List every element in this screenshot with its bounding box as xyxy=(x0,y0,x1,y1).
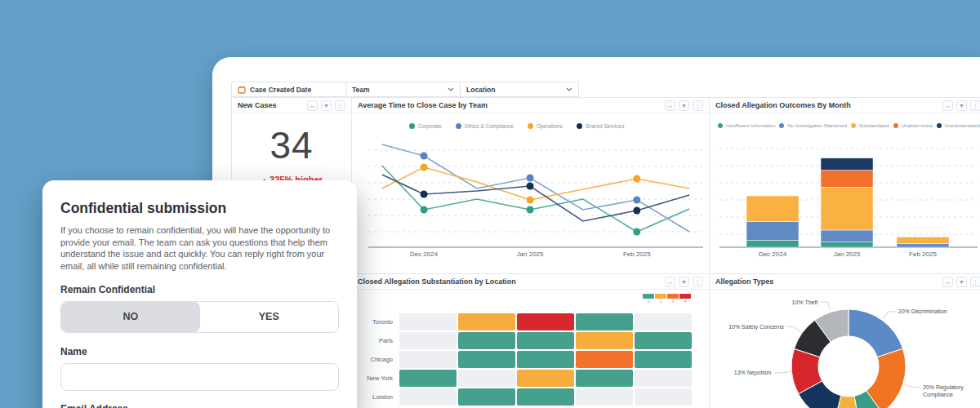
remain-confidential-toggle: NO YES xyxy=(60,301,339,333)
resize-horizontal-icon[interactable]: ↔ xyxy=(942,100,953,111)
bar-segment xyxy=(746,241,799,247)
remain-confidential-label: Remain Confidential xyxy=(60,284,339,295)
heatmap-cell xyxy=(399,313,457,330)
legend-dot xyxy=(779,123,784,128)
filter-icon[interactable]: ▼ xyxy=(679,100,689,111)
data-point xyxy=(633,207,640,215)
heatmap-cell xyxy=(635,388,692,406)
data-point xyxy=(527,183,534,190)
heatmap-cell xyxy=(635,351,692,368)
name-label: Name xyxy=(60,346,339,357)
filter-icon[interactable]: ▼ xyxy=(956,100,967,111)
legend-item[interactable]: Undetermined xyxy=(893,123,933,128)
bar-chart-svg xyxy=(710,113,980,273)
heatmap-scale-value: 4 xyxy=(679,299,691,304)
resize-horizontal-icon[interactable]: ↔ xyxy=(665,100,675,111)
x-axis-label: Dec 2024 xyxy=(759,251,786,258)
heatmap-body: 1234TorontoParisChicagoNew YorkLondon xyxy=(352,290,709,408)
panel-title: Average Time to Close Case by Team xyxy=(358,101,488,109)
x-axis-label: Jan 2025 xyxy=(517,251,544,258)
more-options-icon[interactable]: ⋮ xyxy=(970,277,980,287)
data-point xyxy=(633,175,640,183)
chevron-down-icon xyxy=(448,87,454,91)
heatmap-row-label: Paris xyxy=(355,332,393,349)
legend-item[interactable]: Shared Services xyxy=(577,123,625,129)
desktop-background: Case Created Date Team Location New Case… xyxy=(0,0,980,408)
x-axis-label: Feb 2025 xyxy=(909,251,937,258)
heatmap-cell xyxy=(399,388,457,406)
legend-label: Corporate xyxy=(418,123,442,129)
label-leader-line xyxy=(774,372,790,373)
bar-chart-legend: Insufficient InformationNo Investigation… xyxy=(718,123,980,128)
legend-item[interactable]: Insufficient Information xyxy=(718,123,775,128)
heatmap-scale-value: 2 xyxy=(655,299,666,304)
heatmap-cell xyxy=(517,332,574,349)
heatmap-cell xyxy=(458,370,515,387)
location-filter-label: Location xyxy=(466,86,495,94)
data-point xyxy=(421,153,428,160)
name-field[interactable] xyxy=(60,363,339,391)
legend-item[interactable]: No Investigation Warranted xyxy=(779,123,846,128)
legend-item[interactable]: Unsubstantiated xyxy=(937,123,980,128)
modal-title: Confidential submission xyxy=(60,200,339,217)
data-point xyxy=(421,191,428,198)
resize-horizontal-icon[interactable]: ↔ xyxy=(307,100,318,111)
heatmap-scale-values: 1234 xyxy=(643,299,691,304)
line-chart-legend: CorporateEthics & ComplianceOperationsSh… xyxy=(409,123,624,129)
donut-chart-svg: 20% Discrimination20% RegulatoryComplian… xyxy=(710,290,980,408)
heatmap-cell xyxy=(458,313,515,330)
panel-title: Closed Allegation Outcomes By Month xyxy=(715,101,851,109)
resize-horizontal-icon[interactable]: ↔ xyxy=(665,277,675,287)
legend-item[interactable]: Corporate xyxy=(409,123,442,129)
location-filter[interactable]: Location xyxy=(461,82,579,97)
donut-slice-label: 13% Nepotism xyxy=(734,370,772,376)
toggle-option-yes[interactable]: YES xyxy=(200,302,339,332)
team-filter[interactable]: Team xyxy=(346,82,461,97)
panel-avg-time-to-close: Average Time to Close Case by Team ↔▼⋮ C… xyxy=(351,97,709,273)
donut-chart-body: 20% Discrimination20% RegulatoryComplian… xyxy=(710,290,980,408)
panel-actions: ↔▼⋮ xyxy=(942,277,980,287)
legend-label: Shared Services xyxy=(586,123,625,129)
filter-icon[interactable]: ▼ xyxy=(679,277,689,287)
more-options-icon[interactable]: ⋮ xyxy=(970,100,980,111)
panel-title: Closed Allegation Substantiation by Loca… xyxy=(358,277,516,286)
filter-icon[interactable]: ▼ xyxy=(321,100,332,111)
toggle-option-no[interactable]: NO xyxy=(61,302,200,332)
heatmap-row-label: London xyxy=(355,388,393,406)
legend-item[interactable]: Operations xyxy=(528,123,563,129)
panel-allegation-types: Allegation Types ↔▼⋮ 20% Discrimination2… xyxy=(709,273,980,408)
bar-segment xyxy=(897,237,949,243)
heatmap-cell xyxy=(635,332,692,349)
team-filter-label: Team xyxy=(352,86,370,94)
confidential-submission-modal: Confidential submission If you choose to… xyxy=(42,180,357,408)
heatmap-color-scale: 1234 xyxy=(643,294,691,304)
heatmap-cell xyxy=(399,332,457,349)
panel-closed-outcomes: Closed Allegation Outcomes By Month ↔▼⋮ … xyxy=(709,97,980,273)
donut-slice-label: 20% Discrimination xyxy=(898,308,947,314)
bar-segment xyxy=(821,230,873,242)
line-chart-body: CorporateEthics & ComplianceOperationsSh… xyxy=(352,113,709,273)
more-options-icon[interactable]: ⋮ xyxy=(693,277,703,287)
legend-item[interactable]: Ethics & Compliance xyxy=(456,123,514,129)
line-series-ethics-compliance xyxy=(382,144,689,232)
panel-substantiation-by-location: Closed Allegation Substantiation by Loca… xyxy=(351,273,709,408)
heatmap-cell xyxy=(517,388,574,406)
legend-label: Unsubstantiated xyxy=(945,123,980,128)
panel-title: Allegation Types xyxy=(715,277,773,286)
filter-icon[interactable]: ▼ xyxy=(956,277,967,287)
donut-slice-label: 20% RegulatoryCompliance xyxy=(923,384,964,398)
more-options-icon[interactable]: ⋮ xyxy=(693,100,703,111)
date-filter[interactable]: Case Created Date xyxy=(231,82,346,97)
modal-description: If you choose to remain confidential, yo… xyxy=(60,224,339,273)
more-options-icon[interactable]: ⋮ xyxy=(335,100,345,111)
legend-item[interactable]: Substantiated xyxy=(851,123,889,128)
data-point xyxy=(527,175,534,182)
heatmap-cell xyxy=(458,351,515,368)
label-leader-line xyxy=(787,326,801,331)
resize-horizontal-icon[interactable]: ↔ xyxy=(942,277,953,287)
heatmap-scale-value: 3 xyxy=(667,299,679,304)
bar-segment xyxy=(746,196,799,222)
bar-segment xyxy=(821,242,873,247)
bar-segment xyxy=(821,158,873,171)
x-axis-label: Jan 2025 xyxy=(834,251,861,258)
